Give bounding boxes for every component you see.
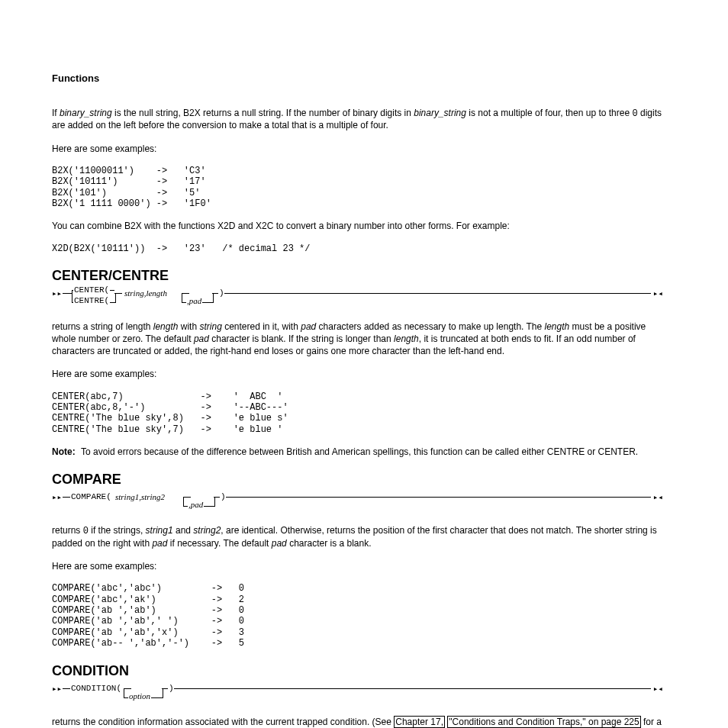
- text: is not a multiple of four, then up to th…: [466, 108, 632, 118]
- string1: string1: [146, 525, 173, 536]
- text: if the strings,: [89, 525, 146, 536]
- compare-description: returns 0 if the strings, string1 and st…: [52, 524, 663, 549]
- pad-1: pad: [301, 321, 316, 332]
- compare-heading: COMPARE: [52, 472, 663, 488]
- text: returns the condition information associ…: [52, 717, 394, 727]
- syntax-condition: CONDITION(: [70, 684, 122, 693]
- text: if necessary. The default: [167, 538, 271, 549]
- text: character is a blank.: [287, 538, 372, 549]
- string: string: [199, 321, 221, 332]
- center-examples: CENTER(abc,7) -> ' ABC ' CENTER(abc,8,'-…: [52, 391, 663, 436]
- syntax-compare: COMPARE(: [70, 492, 112, 501]
- examples-label: Here are some examples:: [52, 368, 663, 380]
- examples-label: Here are some examples:: [52, 143, 663, 155]
- binary-string-2: binary_string: [414, 108, 466, 118]
- chapter-link[interactable]: Chapter 17,: [394, 716, 445, 728]
- text: characters added as necessary to make up…: [316, 321, 544, 332]
- string2: string2: [193, 525, 221, 536]
- condition-description: returns the condition information associ…: [52, 716, 663, 728]
- b2x-combine-code: X2D(B2X('10111')) -> '23' /* decimal 23 …: [52, 243, 663, 254]
- text: centered in it, with: [222, 321, 301, 332]
- condition-syntax-diagram: ▸▸ CONDITION( option ) ▸◂: [52, 682, 663, 702]
- center-description: returns a string of length length with s…: [52, 321, 663, 358]
- zero: 0: [83, 526, 89, 536]
- text: and: [173, 525, 194, 536]
- text: character is blank. If the string is lon…: [209, 333, 394, 344]
- syntax-centre: CENTRE(: [73, 296, 110, 305]
- syntax-args: string,length: [124, 288, 168, 298]
- examples-label: Here are some examples:: [52, 560, 663, 572]
- syntax-compare-pad: ,pad: [188, 500, 204, 509]
- pad-2: pad: [194, 333, 209, 344]
- note-text: To avoid errors because of the differenc…: [81, 446, 638, 457]
- text: with: [178, 321, 199, 332]
- page-link[interactable]: "Conditions and Condition Traps," on pag…: [447, 716, 640, 728]
- syntax-compare-args: string1,string2: [114, 492, 166, 501]
- condition-heading: CONDITION: [52, 663, 663, 679]
- pad2: pad: [272, 538, 287, 549]
- compare-syntax-diagram: ▸▸ COMPARE( string1,string2 ,pad ) ▸◂: [52, 491, 663, 511]
- syntax-condition-opt: option: [128, 691, 151, 701]
- zero-code: 0: [632, 108, 637, 119]
- note-label: Note:: [52, 446, 76, 457]
- text: is the null string, B2X returns a null s…: [112, 108, 414, 118]
- b2x-examples: B2X('11000011') -> 'C3' B2X('10111') -> …: [52, 166, 663, 210]
- center-syntax-diagram: ▸▸ CENTER( CENTRE( string,length ,pad ) …: [52, 287, 663, 307]
- syntax-pad: ,pad: [186, 296, 202, 305]
- center-note: Note: To avoid errors because of the dif…: [52, 446, 663, 458]
- section-header: Functions: [52, 72, 663, 84]
- center-heading: CENTER/CENTRE: [52, 268, 663, 284]
- pad: pad: [152, 538, 167, 549]
- length-3: length: [394, 333, 419, 344]
- b2x-paragraph: If binary_string is the null string, B2X…: [52, 107, 663, 132]
- text: If: [52, 108, 60, 118]
- length-1: length: [153, 321, 179, 332]
- text: returns: [52, 525, 83, 536]
- length-2: length: [545, 321, 570, 332]
- b2x-combine-para: You can combine B2X with the functions X…: [52, 220, 663, 232]
- compare-examples: COMPARE('abc','abc') -> 0 COMPARE('abc',…: [52, 583, 663, 649]
- binary-string-1: binary_string: [60, 108, 112, 118]
- text: returns a string of length: [52, 321, 153, 332]
